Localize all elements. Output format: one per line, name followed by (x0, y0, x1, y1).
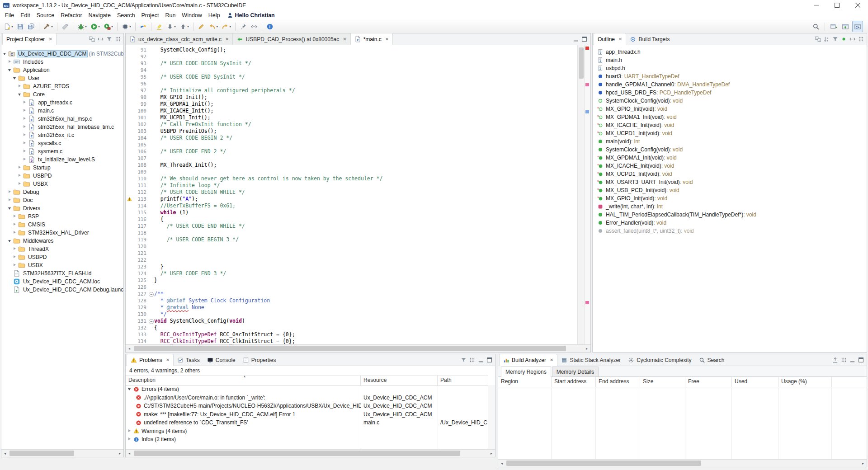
close-button[interactable] (847, 0, 868, 10)
code-area[interactable]: 91 SystemClock_Config();9293 /* USER COD… (126, 45, 578, 344)
tree-item-startup[interactable]: Startup (1, 164, 123, 172)
line-number[interactable]: 108 (133, 162, 148, 169)
line-number[interactable]: 119 (133, 236, 148, 243)
tab-build-targets[interactable]: Build Targets (626, 33, 673, 45)
tree-item-ux-device-hid-cdc-acm[interactable]: CUx_Device_HID_CDC_ACM(in STM32Cube (1, 50, 123, 58)
build-button[interactable]: ▾ (42, 22, 54, 32)
line-number[interactable]: 116 (133, 216, 148, 223)
line-number[interactable]: 111 (133, 182, 148, 189)
cpp-perspective-button[interactable]: C+ (852, 21, 863, 33)
problems-group-warnings-4-items[interactable]: Warnings (4 items) (126, 427, 488, 436)
outline-item-write-int-char-int[interactable]: _write(int, char*, int) : int (593, 202, 867, 211)
expander-collapsed-icon[interactable] (13, 221, 18, 229)
line-number[interactable]: 127 (133, 291, 148, 297)
expander-expanded-icon[interactable] (8, 66, 13, 74)
line-number[interactable]: 93 (133, 60, 148, 67)
previous-annotation-button[interactable]: ▾ (178, 22, 190, 32)
expander-expanded-icon[interactable] (8, 237, 13, 245)
filter-icon[interactable] (106, 36, 113, 42)
expander-collapsed-icon[interactable] (23, 123, 28, 131)
line-number[interactable]: 132 (133, 324, 148, 331)
column-header-end-address[interactable]: End address (596, 377, 640, 387)
expander-collapsed-icon[interactable] (23, 131, 28, 139)
expander-collapsed-icon[interactable] (23, 147, 28, 155)
expander-collapsed-icon[interactable] (18, 164, 23, 172)
line-number[interactable]: 121 (133, 250, 148, 257)
tab-outline[interactable]: Outline✕ (594, 33, 626, 45)
save-all-button[interactable] (26, 22, 36, 32)
open-element-info-button[interactable] (265, 22, 275, 32)
link-with-editor-icon[interactable] (849, 36, 856, 42)
open-search-button[interactable] (138, 22, 148, 32)
tree-item-stm32h5xx-hal-msp-c[interactable]: cstm32h5xx_hal_msp.c (1, 115, 123, 123)
maximize-icon[interactable] (486, 357, 493, 363)
pin-editor-button[interactable] (238, 22, 248, 32)
problem-row-3[interactable]: make: *** [makefile:77: Ux_Device_HID_CD… (126, 410, 488, 419)
tab-properties[interactable]: Properties (239, 354, 280, 366)
tab-build-analyzer[interactable]: Build Analyzer✕ (499, 354, 557, 366)
menu-edit[interactable]: Edit (17, 11, 33, 19)
last-edit-location-button[interactable] (196, 22, 206, 32)
outline-item-systemclock-config-void[interactable]: SystemClock_Config(void) : void (593, 146, 867, 154)
tree-item-threadx[interactable]: ThreadX (1, 245, 123, 253)
scrollbar-track[interactable] (133, 450, 488, 457)
subtab-memory-regions[interactable]: Memory Regions (501, 366, 551, 377)
problems-group-infos-2-items[interactable]: Infos (2 items) (126, 435, 488, 444)
column-header-resource[interactable]: Resource (361, 376, 438, 385)
column-header-description[interactable]: Description▲ (126, 376, 361, 385)
view-menu-icon[interactable] (858, 36, 864, 42)
tree-item-user[interactable]: User (1, 74, 123, 82)
save-button[interactable] (15, 22, 25, 32)
close-tab-icon[interactable]: ✕ (166, 357, 170, 362)
minimize-icon[interactable] (572, 36, 579, 42)
line-number[interactable]: 120 (133, 243, 148, 250)
maximize-button[interactable] (826, 0, 847, 10)
outline-item-hpcd-usb-drd-fs[interactable]: hpcd_USB_DRD_FS : PCD_HandleTypeDef (593, 89, 867, 97)
outline-item-app-threadx-h[interactable]: app_threadx.h (593, 48, 867, 56)
tree-item-stm32h5xx-it-c[interactable]: cstm32h5xx_it.c (1, 131, 123, 139)
outline-item-mx-gpio-init-void[interactable]: sMX_GPIO_Init(void) : void (593, 105, 867, 113)
scroll-right-icon[interactable]: ▸ (488, 451, 495, 456)
expander-collapsed-icon[interactable] (13, 261, 18, 269)
problems-group-errors-4-items[interactable]: Errors (4 items) (126, 385, 488, 394)
minimize-button[interactable] (806, 0, 826, 10)
tree-item-usbx[interactable]: USBX (1, 180, 123, 188)
column-header-start-address[interactable]: Start address (552, 377, 596, 387)
tree-item-ux-device-hid-cdc-acm-ioc[interactable]: Ux_Device_HID_CDC_ACM.ioc (1, 277, 123, 286)
expander-collapsed-icon[interactable] (18, 82, 23, 90)
line-number[interactable]: 91 (133, 47, 148, 53)
close-tab-icon[interactable]: ✕ (550, 357, 553, 362)
outline-item-mx-ucpd1-init-void[interactable]: sMX_UCPD1_Init(void) : void (593, 129, 867, 137)
line-number[interactable]: 92 (133, 53, 148, 60)
tree-item-sysmem-c[interactable]: csysmem.c (1, 147, 123, 155)
tab-static-stack-analyzer[interactable]: Static Stack Analyzer (557, 354, 624, 366)
scrollbar-track[interactable] (9, 450, 116, 457)
outline-item-mx-ucpd1-init-void[interactable]: sMX_UCPD1_Init(void) : void (593, 170, 867, 178)
line-number[interactable]: 97 (133, 87, 148, 94)
line-number[interactable]: 106 (133, 148, 148, 155)
problem-row-4[interactable]: undefined reference to `CDC_Transmit_FS'… (126, 418, 488, 427)
overview-ruler[interactable] (584, 45, 590, 344)
expander-collapsed-icon[interactable] (13, 253, 18, 261)
expander-collapsed-icon[interactable] (13, 229, 18, 237)
export-icon[interactable] (832, 357, 839, 363)
device-configuration-tool-button[interactable] (60, 22, 70, 32)
outline-item-systemclock-config-void[interactable]: SystemClock_Config(void) : void (593, 97, 867, 105)
scrollbar-track[interactable] (133, 345, 583, 352)
line-number[interactable]: 96 (133, 80, 148, 87)
column-header-region[interactable]: Region (498, 377, 552, 387)
editor-tab-ux-device-class-cdc-acm-write-c[interactable]: cux_device_class_cdc_acm_write.c✕ (126, 33, 233, 45)
editor-vscrollbar[interactable] (577, 45, 585, 344)
editor-tab-main-c[interactable]: c*main.c✕ (351, 33, 393, 45)
line-number[interactable]: 131 (133, 318, 148, 324)
scroll-right-icon[interactable]: ▸ (116, 451, 123, 456)
debug-button[interactable]: ▾ (76, 22, 88, 32)
problem-row-1[interactable]: ./Application/User/Core/main.o: in funct… (126, 394, 488, 402)
outline-item-usbpd-h[interactable]: usbpd.h (593, 64, 867, 72)
tab-search[interactable]: Search (695, 354, 728, 366)
fold-marker[interactable] (148, 291, 154, 297)
expander-collapsed-icon[interactable] (23, 107, 28, 115)
tree-item-bsp[interactable]: BSP (1, 212, 123, 221)
tree-item-app-threadx-c[interactable]: capp_threadx.c (1, 99, 123, 107)
scrollbar-track[interactable] (505, 460, 859, 467)
